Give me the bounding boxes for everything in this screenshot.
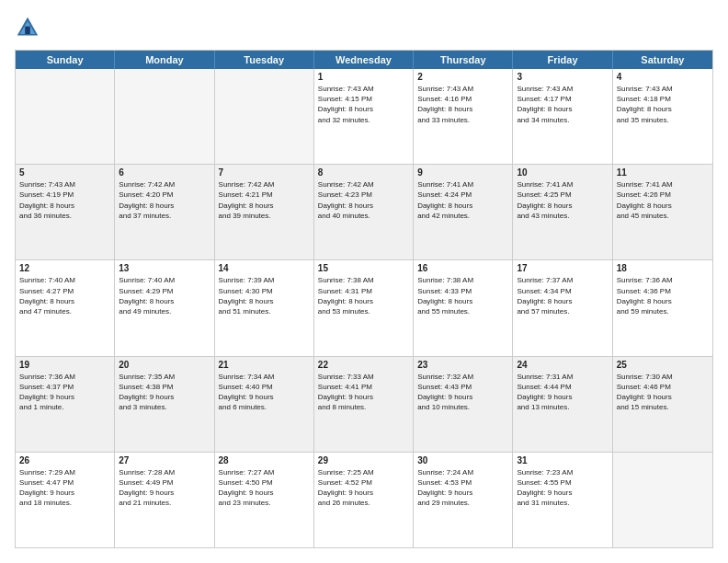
day-cell-17: 17Sunrise: 7:37 AM Sunset: 4:34 PM Dayli… [513,260,612,355]
day-info: Sunrise: 7:43 AM Sunset: 4:16 PM Dayligh… [417,84,508,125]
day-number: 14 [219,263,310,273]
day-info: Sunrise: 7:41 AM Sunset: 4:26 PM Dayligh… [617,179,709,221]
day-number: 24 [517,360,608,370]
day-info: Sunrise: 7:32 AM Sunset: 4:43 PM Dayligh… [417,372,508,413]
day-info: Sunrise: 7:33 AM Sunset: 4:41 PM Dayligh… [318,372,409,413]
day-number: 10 [517,167,608,178]
day-cell-16: 16Sunrise: 7:38 AM Sunset: 4:33 PM Dayli… [414,260,513,355]
day-info: Sunrise: 7:38 AM Sunset: 4:33 PM Dayligh… [417,275,508,316]
day-number: 12 [19,263,110,273]
day-header-thursday: Thursday [414,51,513,69]
day-info: Sunrise: 7:41 AM Sunset: 4:25 PM Dayligh… [517,179,608,221]
day-cell-8: 8Sunrise: 7:42 AM Sunset: 4:23 PM Daylig… [314,165,414,259]
day-cell-18: 18Sunrise: 7:36 AM Sunset: 4:36 PM Dayli… [613,260,712,355]
day-info: Sunrise: 7:42 AM Sunset: 4:21 PM Dayligh… [219,179,310,221]
day-info: Sunrise: 7:41 AM Sunset: 4:24 PM Dayligh… [417,179,508,221]
empty-cell [115,69,214,164]
calendar-row-2: 5Sunrise: 7:43 AM Sunset: 4:19 PM Daylig… [16,165,712,260]
empty-cell [16,69,115,164]
day-cell-28: 28Sunrise: 7:27 AM Sunset: 4:50 PM Dayli… [215,453,314,547]
day-info: Sunrise: 7:38 AM Sunset: 4:31 PM Dayligh… [318,275,409,316]
day-cell-13: 13Sunrise: 7:40 AM Sunset: 4:29 PM Dayli… [115,260,214,355]
calendar-row-5: 26Sunrise: 7:29 AM Sunset: 4:47 PM Dayli… [16,453,712,547]
day-cell-23: 23Sunrise: 7:32 AM Sunset: 4:43 PM Dayli… [414,357,513,452]
day-cell-31: 31Sunrise: 7:23 AM Sunset: 4:55 PM Dayli… [513,453,612,547]
day-cell-7: 7Sunrise: 7:42 AM Sunset: 4:21 PM Daylig… [215,165,314,259]
day-header-sunday: Sunday [16,51,115,69]
day-cell-30: 30Sunrise: 7:24 AM Sunset: 4:53 PM Dayli… [414,453,513,547]
day-header-wednesday: Wednesday [314,51,414,69]
page: SundayMondayTuesdayWednesdayThursdayFrid… [0,0,728,563]
day-cell-25: 25Sunrise: 7:30 AM Sunset: 4:46 PM Dayli… [613,357,712,452]
day-number: 3 [517,72,608,82]
day-info: Sunrise: 7:39 AM Sunset: 4:30 PM Dayligh… [219,275,310,316]
day-cell-20: 20Sunrise: 7:35 AM Sunset: 4:38 PM Dayli… [115,357,214,452]
day-number: 20 [119,360,210,370]
day-info: Sunrise: 7:43 AM Sunset: 4:15 PM Dayligh… [318,84,409,125]
day-cell-14: 14Sunrise: 7:39 AM Sunset: 4:30 PM Dayli… [215,260,314,355]
calendar: SundayMondayTuesdayWednesdayThursdayFrid… [15,50,713,548]
empty-cell [215,69,314,164]
calendar-row-4: 19Sunrise: 7:36 AM Sunset: 4:37 PM Dayli… [16,357,712,453]
header [15,15,713,40]
day-number: 6 [119,167,210,178]
day-cell-24: 24Sunrise: 7:31 AM Sunset: 4:44 PM Dayli… [513,357,612,452]
day-cell-22: 22Sunrise: 7:33 AM Sunset: 4:41 PM Dayli… [314,357,414,452]
calendar-header: SundayMondayTuesdayWednesdayThursdayFrid… [16,51,712,69]
day-number: 23 [417,360,508,370]
day-number: 13 [119,263,210,273]
day-info: Sunrise: 7:31 AM Sunset: 4:44 PM Dayligh… [517,372,608,413]
day-cell-10: 10Sunrise: 7:41 AM Sunset: 4:25 PM Dayli… [513,165,612,259]
calendar-row-1: 1Sunrise: 7:43 AM Sunset: 4:15 PM Daylig… [16,69,712,165]
day-number: 19 [19,360,110,370]
day-number: 18 [617,263,709,273]
day-info: Sunrise: 7:29 AM Sunset: 4:47 PM Dayligh… [19,467,110,509]
day-number: 15 [318,263,409,273]
day-header-saturday: Saturday [613,51,712,69]
logo [15,15,44,40]
day-header-friday: Friday [513,51,612,69]
day-number: 9 [417,167,508,178]
day-number: 5 [19,167,110,178]
day-info: Sunrise: 7:36 AM Sunset: 4:37 PM Dayligh… [19,372,110,413]
day-header-monday: Monday [115,51,214,69]
day-info: Sunrise: 7:37 AM Sunset: 4:34 PM Dayligh… [517,275,608,316]
day-header-tuesday: Tuesday [215,51,314,69]
day-info: Sunrise: 7:43 AM Sunset: 4:17 PM Dayligh… [517,84,608,125]
day-number: 7 [219,167,310,178]
day-number: 1 [318,72,409,82]
day-cell-4: 4Sunrise: 7:43 AM Sunset: 4:18 PM Daylig… [613,69,712,164]
day-info: Sunrise: 7:42 AM Sunset: 4:20 PM Dayligh… [119,179,210,221]
day-cell-5: 5Sunrise: 7:43 AM Sunset: 4:19 PM Daylig… [16,165,115,259]
day-number: 22 [318,360,409,370]
day-number: 17 [517,263,608,273]
day-info: Sunrise: 7:28 AM Sunset: 4:49 PM Dayligh… [119,467,210,509]
day-cell-11: 11Sunrise: 7:41 AM Sunset: 4:26 PM Dayli… [613,165,712,259]
day-info: Sunrise: 7:24 AM Sunset: 4:53 PM Dayligh… [417,467,508,509]
day-info: Sunrise: 7:43 AM Sunset: 4:18 PM Dayligh… [617,84,709,125]
calendar-row-3: 12Sunrise: 7:40 AM Sunset: 4:27 PM Dayli… [16,260,712,356]
day-info: Sunrise: 7:34 AM Sunset: 4:40 PM Dayligh… [219,372,310,413]
day-info: Sunrise: 7:43 AM Sunset: 4:19 PM Dayligh… [19,179,110,221]
day-cell-3: 3Sunrise: 7:43 AM Sunset: 4:17 PM Daylig… [513,69,612,164]
day-number: 4 [617,72,709,82]
svg-rect-2 [25,27,30,34]
day-info: Sunrise: 7:25 AM Sunset: 4:52 PM Dayligh… [318,467,409,509]
day-cell-1: 1Sunrise: 7:43 AM Sunset: 4:15 PM Daylig… [314,69,414,164]
day-number: 31 [517,455,608,465]
day-cell-19: 19Sunrise: 7:36 AM Sunset: 4:37 PM Dayli… [16,357,115,452]
day-number: 28 [219,455,310,465]
day-info: Sunrise: 7:40 AM Sunset: 4:29 PM Dayligh… [119,275,210,316]
day-cell-27: 27Sunrise: 7:28 AM Sunset: 4:49 PM Dayli… [115,453,214,547]
day-number: 27 [119,455,210,465]
day-cell-6: 6Sunrise: 7:42 AM Sunset: 4:20 PM Daylig… [115,165,214,259]
logo-icon [15,15,40,40]
day-info: Sunrise: 7:36 AM Sunset: 4:36 PM Dayligh… [617,275,709,316]
day-cell-12: 12Sunrise: 7:40 AM Sunset: 4:27 PM Dayli… [16,260,115,355]
day-number: 16 [417,263,508,273]
day-number: 29 [318,455,409,465]
day-cell-15: 15Sunrise: 7:38 AM Sunset: 4:31 PM Dayli… [314,260,414,355]
day-cell-26: 26Sunrise: 7:29 AM Sunset: 4:47 PM Dayli… [16,453,115,547]
day-cell-2: 2Sunrise: 7:43 AM Sunset: 4:16 PM Daylig… [414,69,513,164]
day-number: 21 [219,360,310,370]
